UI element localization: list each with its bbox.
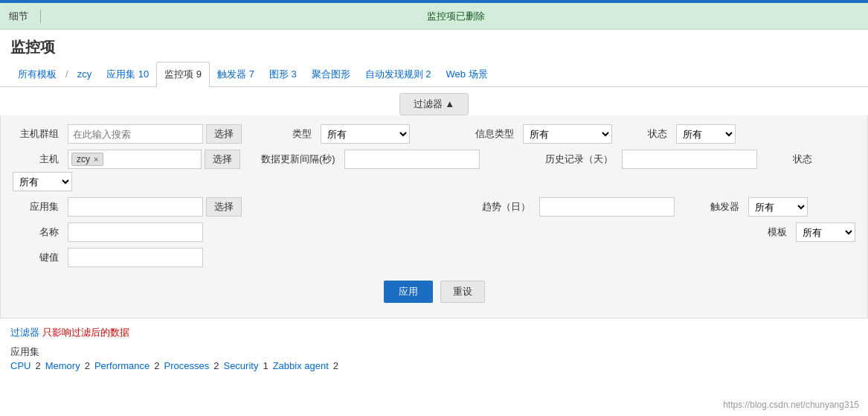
tab-zcy[interactable]: zcy	[70, 63, 100, 85]
host-select-btn[interactable]: 选择	[205, 150, 240, 169]
name-input[interactable]	[68, 223, 203, 242]
app-set-count-memory: 2	[85, 360, 90, 371]
breadcrumb-sep-1: /	[65, 68, 68, 80]
app-set-link-processes[interactable]: Processes	[164, 360, 210, 371]
trigger-select[interactable]: 所有	[748, 197, 808, 217]
filter-row-4: 名称 模板 所有	[13, 223, 855, 242]
app-set-count-zabbix-agent: 2	[333, 360, 338, 371]
apply-button[interactable]: 应用	[384, 281, 433, 303]
key-input[interactable]	[68, 248, 203, 267]
label-update-interval: 数据更新间隔(秒)	[261, 153, 341, 166]
tab-aggregate-graph[interactable]: 聚合图形	[304, 63, 358, 86]
app-set-input[interactable]	[68, 197, 203, 217]
tab-trigger[interactable]: 触发器 7	[210, 63, 262, 86]
label-app-set: 应用集	[13, 200, 65, 214]
app-set-count-security: 1	[263, 360, 268, 371]
filter-row-2: 主机 zcy × 选择 数据更新间隔(秒) 历史记录（天） 状态 所有	[13, 150, 855, 191]
tab-graph[interactable]: 图形 3	[262, 63, 304, 86]
history-input[interactable]	[622, 150, 757, 169]
app-set-link-security[interactable]: Security	[223, 360, 258, 371]
tab-app-set[interactable]: 应用集 10	[99, 63, 156, 86]
app-set-section-title: 应用集	[10, 345, 858, 359]
label-status-2: 状态	[793, 153, 818, 166]
notification-bar: 细节 监控项已删除	[0, 3, 868, 30]
tab-monitor-item[interactable]: 监控项 9	[156, 62, 210, 87]
app-set-link-cpu[interactable]: CPU	[10, 360, 30, 371]
trend-input[interactable]	[539, 197, 675, 217]
type-select[interactable]: 所有	[321, 124, 410, 144]
label-template: 模板	[768, 225, 793, 239]
host-group-input[interactable]	[68, 124, 203, 144]
notification-message: 监控项已删除	[53, 10, 859, 23]
filter-word: 过滤器	[10, 327, 39, 338]
label-type: 类型	[292, 127, 318, 141]
tab-web-scene[interactable]: Web 场景	[439, 63, 495, 86]
app-set-count-performance: 2	[154, 360, 159, 371]
status-select-1[interactable]: 所有	[676, 124, 736, 144]
filter-panel: 主机群组 选择 类型 所有 信息类型 所有 状态 所有 主机 zcy × 选	[0, 115, 868, 319]
host-group-select-btn[interactable]: 选择	[206, 124, 242, 144]
status-select-2[interactable]: 所有	[13, 172, 72, 191]
tab-auto-discover[interactable]: 自动发现规则 2	[358, 63, 439, 86]
info-type-select[interactable]: 所有	[523, 124, 612, 144]
filter-bar: 过滤器 ▲	[0, 87, 868, 115]
label-trend: 趋势（日）	[469, 200, 536, 214]
update-interval-input[interactable]	[344, 150, 480, 169]
app-set-section: 应用集 CPU 2 Memory 2 Performance 2 Process…	[0, 342, 868, 374]
page-title: 监控项	[0, 30, 868, 62]
label-host: 主机	[13, 153, 65, 166]
filter-description: 只影响过滤后的数据	[42, 327, 129, 338]
app-set-link-performance[interactable]: Performance	[94, 360, 150, 371]
label-info-type: 信息类型	[475, 127, 520, 141]
filter-toggle-button[interactable]: 过滤器 ▲	[399, 93, 469, 115]
app-set-count-cpu: 2	[35, 360, 40, 371]
label-trigger: 触发器	[710, 200, 745, 214]
tab-all-templates[interactable]: 所有模板	[10, 63, 64, 86]
reset-button[interactable]: 重设	[440, 281, 485, 303]
app-set-count-processes: 2	[213, 360, 219, 371]
filter-info: 过滤器 只影响过滤后的数据	[0, 323, 868, 342]
host-tag-close[interactable]: ×	[94, 155, 98, 164]
filter-row-1: 主机群组 选择 类型 所有 信息类型 所有 状态 所有	[13, 124, 855, 144]
label-history: 历史记录（天）	[545, 153, 619, 166]
filter-row-3: 应用集 选择 趋势（日） 触发器 所有	[13, 197, 855, 217]
app-set-select-btn[interactable]: 选择	[206, 197, 242, 217]
app-set-link-memory[interactable]: Memory	[45, 360, 80, 371]
app-set-links: CPU 2 Memory 2 Performance 2 Processes 2…	[10, 360, 858, 371]
label-name: 名称	[13, 225, 65, 239]
host-tag: zcy ×	[71, 153, 103, 166]
label-status-1: 状态	[648, 127, 673, 141]
label-key: 键值	[13, 251, 65, 264]
filter-row-5: 键值	[13, 248, 855, 267]
host-tag-value: zcy	[77, 154, 90, 164]
detail-tab: 细节	[9, 10, 41, 23]
nav-tabs: 所有模板 / zcy 应用集 10 监控项 9 触发器 7 图形 3 聚合图形 …	[0, 62, 868, 87]
action-row: 应用 重设	[13, 273, 855, 309]
label-host-group: 主机群组	[13, 127, 65, 141]
app-set-link-zabbix-agent[interactable]: Zabbix agent	[273, 360, 329, 371]
template-select[interactable]: 所有	[796, 223, 855, 242]
